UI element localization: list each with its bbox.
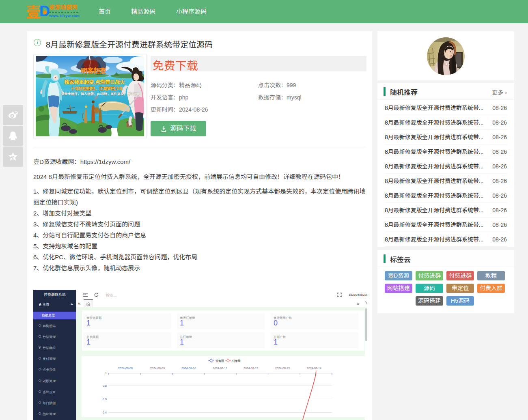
svg-text:2024-08-12: 2024-08-12 <box>244 367 258 370</box>
svg-text:订单量: 订单量 <box>232 360 241 363</box>
svg-text:2024-08-11: 2024-08-11 <box>213 367 227 370</box>
svg-text:独家我本超变.点燃昔日战火: 独家我本超变.点燃昔日战火 <box>64 78 125 86</box>
svg-text:0.4: 0.4 <box>103 411 107 414</box>
svg-text:0.8: 0.8 <box>103 384 107 387</box>
svg-text:明客超变: 明客超变 <box>81 65 106 75</box>
svg-text:十年肝胆相照，江湖梦回少年: 十年肝胆相照，江湖梦回少年 <box>71 85 123 91</box>
svg-text:0.6: 0.6 <box>103 398 107 401</box>
svg-text:2024-08-13: 2024-08-13 <box>275 367 290 370</box>
svg-text:2024-08-09: 2024-08-09 <box>150 367 165 370</box>
svg-text:装备全爆打，超人爆装，pk流畅，属性复古，玩法简单: 装备全爆打，超人爆装，pk流畅，属性复古，玩法简单 <box>61 91 140 96</box>
svg-text:2024-08-14: 2024-08-14 <box>307 367 321 370</box>
svg-text:销售额: 销售额 <box>216 359 224 363</box>
svg-text:2024-08-08: 2024-08-08 <box>118 367 133 370</box>
svg-text:1: 1 <box>105 372 107 375</box>
svg-text:2024-08-10: 2024-08-10 <box>181 367 196 370</box>
